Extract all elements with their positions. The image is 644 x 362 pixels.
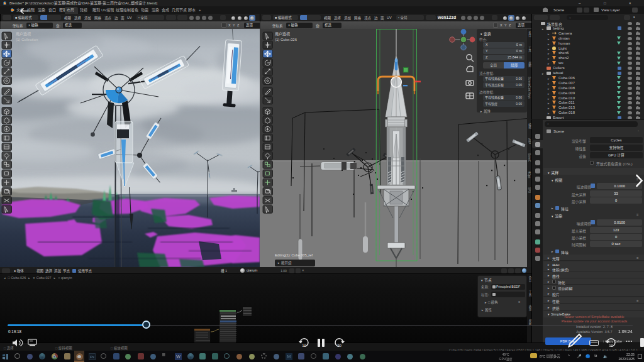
svg-text:10: 10	[302, 344, 306, 348]
svg-text:Editing(1): Cube.005_ref: Editing(1): Cube.005_ref	[275, 253, 313, 257]
svg-text:用户透视: 用户透视	[16, 31, 31, 36]
svg-text:用户透视: 用户透视	[275, 31, 290, 36]
svg-text:10: 10	[609, 344, 613, 348]
svg-text:(1) Cube.026: (1) Cube.026	[275, 38, 297, 41]
svg-text:30: 30	[337, 344, 341, 348]
svg-text:(1) Collection: (1) Collection	[16, 38, 38, 41]
